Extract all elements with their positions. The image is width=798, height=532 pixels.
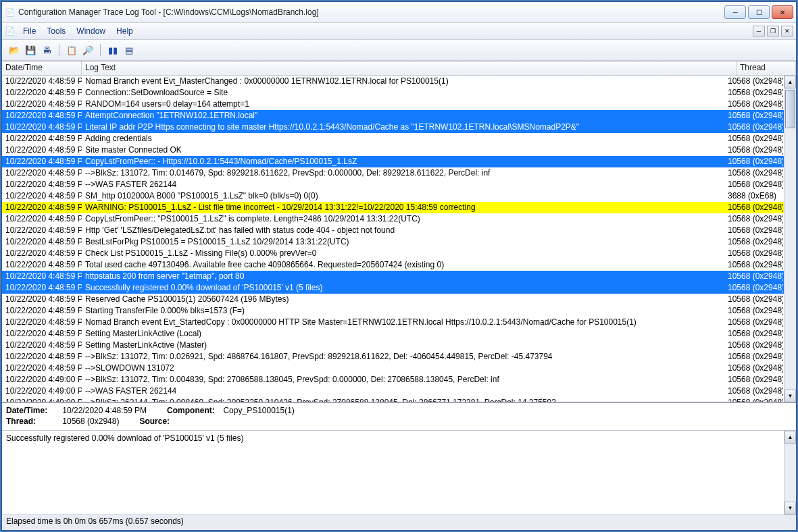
cell-datetime: 10/22/2020 4:48:59 PM (2, 363, 82, 374)
save-button[interactable]: 💾 (24, 43, 37, 57)
cell-datetime: 10/22/2020 4:48:59 PM (2, 202, 82, 213)
log-row[interactable]: 10/22/2020 4:49:00 PM-->BlkSz: 131072, T… (2, 374, 784, 385)
pause-button[interactable]: ▮▮ (106, 43, 120, 57)
scroll-up-button[interactable]: ▲ (784, 76, 796, 88)
log-row[interactable]: 10/22/2020 4:48:59 PMNomad Branch event … (2, 317, 784, 328)
cell-logtext: RANDOM=164 users=0 delay=164 attempt=1 (82, 99, 724, 110)
print-button[interactable]: 🖶 (40, 43, 53, 57)
log-row[interactable]: 10/22/2020 4:48:59 PM-->BlkSz: 131072, T… (2, 167, 784, 179)
cell-thread: 10568 (0x2948) (724, 213, 784, 225)
vertical-scrollbar[interactable]: ▲ ▼ (784, 76, 796, 402)
toolbar: 📂 💾 🖶 📋 🔎 ▮▮ ▤ (2, 40, 796, 61)
detail-datetime-label: Date/Time: (6, 406, 60, 415)
log-row[interactable]: 10/22/2020 4:48:59 PMAttemptConnection "… (2, 110, 784, 122)
maximize-button[interactable]: ☐ (748, 5, 770, 19)
cell-datetime: 10/22/2020 4:48:59 PM (2, 271, 82, 282)
copy-button[interactable]: 📋 (65, 43, 78, 57)
grid-rows[interactable]: 10/22/2020 4:48:59 PMNomad Branch event … (2, 76, 784, 402)
document-icon: 📄 (5, 26, 15, 36)
cell-logtext: CopyLstFromPeer:: - Https://10.0.2.1:544… (82, 156, 724, 167)
scroll-up-button[interactable]: ▲ (784, 431, 796, 444)
log-row[interactable]: 10/22/2020 4:48:59 PMConnection::SetDown… (2, 87, 784, 99)
cell-datetime: 10/22/2020 4:48:59 PM (2, 305, 82, 317)
cell-datetime: 10/22/2020 4:48:59 PM (2, 99, 82, 110)
col-datetime[interactable]: Date/Time (2, 61, 82, 75)
log-row[interactable]: 10/22/2020 4:48:59 PMSetting MasterLinkA… (2, 328, 784, 340)
titlebar[interactable]: 📄 Configuration Manager Trace Log Tool -… (2, 2, 796, 23)
log-row[interactable]: 10/22/2020 4:48:59 PM-->BlkSz: 131072, T… (2, 351, 784, 363)
message-text: Successfully registered 0.00% download o… (2, 431, 784, 514)
cell-thread: 10568 (0x2948) (724, 236, 784, 248)
find-button[interactable]: 🔎 (81, 43, 95, 57)
log-row[interactable]: 10/22/2020 4:48:59 PMSetting MasterLinkA… (2, 340, 784, 351)
log-row[interactable]: 10/22/2020 4:48:59 PMAdding credentials1… (2, 133, 784, 144)
menu-file[interactable]: File (18, 25, 41, 37)
cell-datetime: 10/22/2020 4:48:59 PM (2, 144, 82, 156)
cell-logtext: BestLstForPkg PS100015 = PS100015_1.LsZ … (82, 236, 724, 248)
message-scrollbar[interactable]: ▲ ▼ (784, 431, 796, 514)
cell-thread: 10568 (0x2948) (724, 351, 784, 363)
cell-thread: 10568 (0x2948) (724, 305, 784, 317)
cell-datetime: 10/22/2020 4:48:59 PM (2, 294, 82, 305)
log-row[interactable]: 10/22/2020 4:48:59 PMCheck List PS100015… (2, 248, 784, 259)
menu-window[interactable]: Window (71, 25, 111, 37)
close-button[interactable]: ✕ (772, 5, 793, 19)
grid-header[interactable]: Date/Time Log Text Thread (2, 61, 796, 76)
cell-datetime: 10/22/2020 4:48:59 PM (2, 225, 82, 236)
doc-close-button[interactable]: ✕ (781, 26, 793, 36)
log-row[interactable]: 10/22/2020 4:48:59 PMNomad Branch event … (2, 76, 784, 87)
cell-logtext: httpstatus 200 from server "1etmap", por… (82, 271, 724, 282)
cell-thread: 10568 (0x2948) (724, 156, 784, 167)
menu-tools[interactable]: Tools (41, 25, 71, 37)
cell-thread: 10568 (0x2948) (724, 363, 784, 374)
cell-thread: 10568 (0x2948) (724, 133, 784, 144)
window-title: Configuration Manager Trace Log Tool - [… (18, 7, 724, 17)
cell-logtext: WARNING: PS100015_1.LsZ - List file time… (82, 202, 724, 213)
log-row[interactable]: 10/22/2020 4:48:59 PMLiteral IP addr P2P… (2, 122, 784, 133)
log-row[interactable]: 10/22/2020 4:48:59 PMStarting TransferFi… (2, 305, 784, 317)
cell-thread: 10568 (0x2948) (724, 317, 784, 328)
log-row[interactable]: 10/22/2020 4:48:59 PMCopyLstFromPeer:: "… (2, 213, 784, 225)
doc-minimize-button[interactable]: ─ (753, 26, 765, 36)
cell-datetime: 10/22/2020 4:48:59 PM (2, 248, 82, 259)
scroll-down-button[interactable]: ▼ (784, 390, 796, 402)
log-grid[interactable]: Date/Time Log Text Thread 10/22/2020 4:4… (2, 61, 796, 402)
log-row[interactable]: 10/22/2020 4:48:59 PMRANDOM=164 users=0 … (2, 99, 784, 110)
log-row[interactable]: 10/22/2020 4:48:59 PM-->WAS FASTER 26214… (2, 179, 784, 190)
cell-datetime: 10/22/2020 4:48:59 PM (2, 190, 82, 202)
window: 📄 Configuration Manager Trace Log Tool -… (1, 1, 797, 531)
menu-help[interactable]: Help (111, 25, 139, 37)
log-row[interactable]: 10/22/2020 4:48:59 PMCopyLstFromPeer:: -… (2, 156, 784, 167)
doc-restore-button[interactable]: ❐ (767, 26, 779, 36)
detail-pane: Date/Time: 10/22/2020 4:48:59 PM Compone… (2, 402, 796, 430)
scroll-thumb[interactable] (785, 90, 795, 128)
log-row[interactable]: 10/22/2020 4:48:59 PMBestLstForPkg PS100… (2, 236, 784, 248)
log-row[interactable]: 10/22/2020 4:49:00 PM-->WAS FASTER 26214… (2, 385, 784, 397)
log-row[interactable]: 10/22/2020 4:48:59 PMTotal used cache 49… (2, 259, 784, 271)
cell-datetime: 10/22/2020 4:49:00 PM (2, 397, 82, 402)
cell-logtext: Check List PS100015_1.LsZ - Missing File… (82, 248, 724, 259)
col-thread[interactable]: Thread (737, 61, 796, 75)
cell-thread: 10568 (0x2948) (724, 294, 784, 305)
log-row[interactable]: 10/22/2020 4:48:59 PMSuccessfully regist… (2, 282, 784, 294)
minimize-button[interactable]: ─ (724, 5, 746, 19)
log-row[interactable]: 10/22/2020 4:48:59 PMWARNING: PS100015_1… (2, 202, 784, 213)
log-row[interactable]: 10/22/2020 4:48:59 PMhttpstatus 200 from… (2, 271, 784, 282)
scroll-track[interactable] (784, 88, 796, 390)
log-row[interactable]: 10/22/2020 4:48:59 PMReserved Cache PS10… (2, 294, 784, 305)
scroll-track[interactable] (784, 444, 796, 502)
cell-datetime: 10/22/2020 4:48:59 PM (2, 76, 82, 87)
cell-datetime: 10/22/2020 4:49:00 PM (2, 374, 82, 385)
log-row[interactable]: 10/22/2020 4:48:59 PMHttp 'Get' 'LSZfile… (2, 225, 784, 236)
col-logtext[interactable]: Log Text (82, 61, 737, 75)
log-row[interactable]: 10/22/2020 4:49:00 PM-->BlkSz: 262144, T… (2, 397, 784, 402)
wrap-button[interactable]: ▤ (122, 43, 136, 57)
cell-datetime: 10/22/2020 4:48:59 PM (2, 282, 82, 294)
open-button[interactable]: 📂 (7, 43, 21, 57)
log-row[interactable]: 10/22/2020 4:48:59 PMSite master Connect… (2, 144, 784, 156)
log-row[interactable]: 10/22/2020 4:48:59 PM-->SLOWDOWN 1310721… (2, 363, 784, 374)
cell-thread: 10568 (0x2948) (724, 385, 784, 397)
cell-logtext: Http 'Get' 'LSZfiles/DelegatedLsZ.txt' h… (82, 225, 724, 236)
scroll-down-button[interactable]: ▼ (784, 502, 796, 514)
log-row[interactable]: 10/22/2020 4:48:59 PMSM_http 0102000A B0… (2, 190, 784, 202)
